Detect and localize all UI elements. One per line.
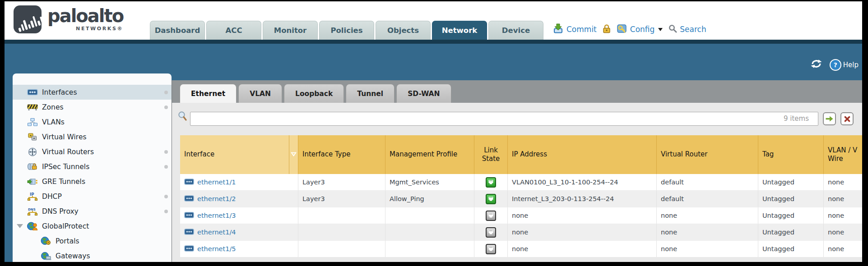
cell-link-state [474,191,508,207]
table-row[interactable]: ethernet1/4 none none Untagged none [180,224,862,241]
expand-collapse-icon[interactable] [17,224,23,228]
help-button[interactable]: ? Help [830,59,859,71]
cell-virtual-router: none [657,224,758,241]
cell-ip-address: none [508,224,657,241]
tab-monitor[interactable]: Monitor [263,21,318,40]
cell-virtual-router: default [657,191,758,207]
cell-ip-address: Internet_L3_203-0-113-254--24 [508,191,657,207]
cell-link-state [474,207,508,224]
screenshot-frame: paloalto NETWORKS® Dashboard ACC Monitor… [0,0,868,266]
config-menu-button[interactable]: Config [617,24,663,35]
tab-tunnel[interactable]: Tunnel [346,84,395,103]
cell-tag: Untagged [758,241,824,257]
interface-link[interactable]: ethernet1/2 [197,195,236,202]
interface-link[interactable]: ethernet1/1 [197,179,236,186]
column-header-interface-type[interactable]: Interface Type [298,135,385,174]
sidebar-item-gre-tunnels[interactable]: GRE Tunnels [13,174,172,189]
sort-desc-icon [291,150,297,159]
interface-link[interactable]: ethernet1/5 [197,245,236,252]
status-dot [164,105,168,109]
sidebar-item-virtual-routers[interactable]: Virtual Routers [13,144,172,159]
cell-tag: Untagged [758,224,824,241]
cell-interface: ethernet1/2 [180,191,298,207]
cell-link-state [474,174,508,191]
sort-indicator-cell[interactable] [289,135,298,174]
table-row[interactable]: ethernet1/1 Layer3 Mgmt_Services VLAN010… [180,174,862,191]
column-header-tag[interactable]: Tag [758,135,824,174]
dhcp-icon: IP [26,192,38,201]
sidebar-item-virtual-wires[interactable]: Virtual Wires [13,129,172,144]
column-header-interface[interactable]: Interface [180,135,289,174]
commit-button[interactable]: Commit [552,23,597,35]
sidebar-item-dns-proxy[interactable]: DNS DNS Proxy [13,204,172,219]
column-header-management-profile[interactable]: Management Profile [385,135,474,174]
table-row[interactable]: ethernet1/2 Layer3 Allow_Ping Internet_L… [180,191,862,207]
status-dot [164,210,168,213]
cell-interface-type: Layer3 [298,191,385,207]
sidebar-item-label: Portals [56,237,79,245]
network-sidebar: Interfaces Zones VLANs Virtual Wires Vir… [13,73,172,262]
table-row[interactable]: ethernet1/3 none none Untagged none [180,207,862,224]
sidebar-item-globalprotect[interactable]: GlobalProtect [13,219,172,234]
search-button[interactable]: Search [668,24,706,35]
sidebar-item-interfaces[interactable]: Interfaces [13,85,172,100]
virtual-routers-icon [26,147,38,156]
virtual-wires-icon [26,132,38,142]
sidebar-item-zones[interactable]: Zones [13,100,172,115]
refresh-icon[interactable] [810,59,822,71]
cell-vlan-virtual-wire: none [824,191,862,207]
sidebar-item-label: Virtual Routers [42,148,94,156]
sidebar-item-label: Gateways [56,252,90,260]
cell-ip-address: none [508,241,657,257]
cell-interface: ethernet1/5 [180,241,298,257]
filter-input[interactable] [190,112,818,126]
sidebar-item-label: Interfaces [42,88,77,96]
main-content: Ethernet VLAN Loopback Tunnel SD-WAN 9 i… [172,80,862,262]
tab-policies[interactable]: Policies [319,21,374,40]
interface-link[interactable]: ethernet1/4 [197,229,236,236]
table-row[interactable]: ethernet1/5 none none Untagged none [180,241,862,257]
tab-objects[interactable]: Objects [376,21,431,40]
apply-filter-button[interactable] [823,112,836,125]
column-header-virtual-router[interactable]: Virtual Router [657,135,758,174]
lock-icon[interactable] [603,24,611,35]
cell-interface-type [298,224,385,241]
svg-text:DNS: DNS [28,208,36,211]
status-dot [164,150,168,154]
tab-network[interactable]: Network [432,21,487,40]
cell-management-profile [385,207,474,224]
cell-virtual-router: none [657,207,758,224]
clear-filter-button[interactable] [840,112,854,125]
tab-dashboard[interactable]: Dashboard [150,21,205,40]
tab-loopback[interactable]: Loopback [284,84,344,103]
column-header-ip-address[interactable]: IP Address [508,135,657,174]
tab-device[interactable]: Device [488,21,543,40]
sidebar-item-vlans[interactable]: VLANs [13,115,172,129]
interface-icon [184,195,194,203]
sidebar-item-portals[interactable]: Portals [13,234,172,248]
tab-sdwan[interactable]: SD-WAN [396,84,451,103]
column-header-vlan-virtual-wire[interactable]: VLAN / V Wire [824,135,862,174]
brand-sub-wordmark: NETWORKS® [47,26,123,32]
search-icon [668,24,677,35]
dns-proxy-icon: DNS [26,206,38,216]
cell-link-state [474,241,508,257]
tab-acc[interactable]: ACC [206,21,261,40]
sidebar-item-label: Virtual Wires [42,133,87,141]
statusbar: ? Help [810,59,859,71]
column-header-link-state[interactable]: Link State [474,135,508,174]
tab-vlan[interactable]: VLAN [238,84,282,103]
interface-link[interactable]: ethernet1/3 [197,212,236,219]
sidebar-item-gateways[interactable]: Gateways [13,248,172,262]
app-window: paloalto NETWORKS® Dashboard ACC Monitor… [5,1,862,262]
sidebar-item-dhcp[interactable]: IP DHCP [13,189,172,204]
link-state-down-icon [486,227,496,238]
cell-tag: Untagged [758,191,824,207]
cell-ip-address: VLAN0100_L3_10-1-100-254--24 [508,174,657,191]
tab-ethernet[interactable]: Ethernet [180,84,237,103]
sidebar-item-ipsec-tunnels[interactable]: IPSec Tunnels [13,159,172,174]
search-label: Search [680,25,706,34]
svg-text:IP: IP [30,192,34,197]
help-icon: ? [830,59,841,71]
cell-management-profile [385,241,474,257]
